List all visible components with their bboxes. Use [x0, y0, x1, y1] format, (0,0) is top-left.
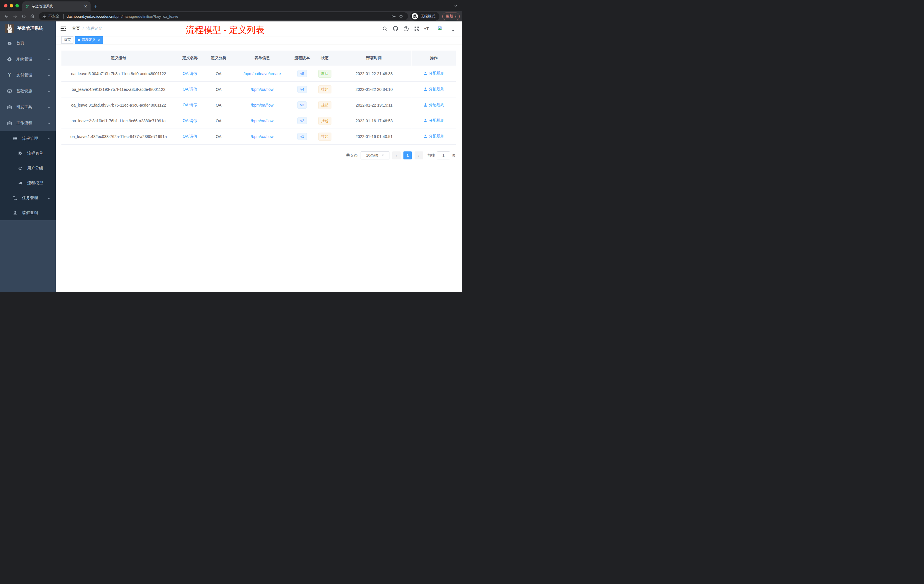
- browser-tab[interactable]: 芋道管理系统 ✕: [22, 2, 91, 11]
- tag-process-definition[interactable]: 流程定义 ✕: [75, 36, 103, 44]
- form-link[interactable]: /bpm/oa/flow: [251, 103, 274, 107]
- sprout-favicon-icon: [25, 4, 30, 8]
- back-icon[interactable]: [2, 12, 11, 20]
- goto-page-input[interactable]: [437, 152, 450, 159]
- sidebar-item-label: 系统管理: [16, 56, 47, 62]
- close-window-button[interactable]: [4, 4, 7, 7]
- version-badge: v4: [297, 86, 307, 93]
- definition-name-link[interactable]: OA 请假: [183, 87, 197, 91]
- form-link[interactable]: /bpm/oa/flow: [251, 119, 274, 123]
- page-suffix: 页: [452, 153, 456, 158]
- definition-name-link[interactable]: OA 请假: [183, 102, 197, 107]
- next-page-button[interactable]: ›: [414, 152, 423, 159]
- robot-icon: [18, 166, 23, 171]
- home-icon[interactable]: [28, 12, 36, 20]
- tag-home[interactable]: 首页: [61, 36, 73, 44]
- tab-title: 芋道管理系统: [32, 4, 81, 9]
- user-icon: [423, 71, 427, 76]
- sidebar-item-label: 任务管理: [22, 195, 47, 201]
- deploy-time: 2022-01-22 20:34:10: [337, 81, 412, 97]
- tab-close-icon[interactable]: ✕: [83, 4, 88, 8]
- chevron-down-icon: [382, 155, 384, 156]
- bookmark-star-icon[interactable]: [397, 14, 404, 19]
- sidebar-item-process-model[interactable]: 流程模型: [0, 176, 56, 191]
- sidebar-item-label: 基础设施: [16, 89, 47, 94]
- tag-close-icon[interactable]: ✕: [98, 38, 100, 42]
- column-header: 状态: [313, 51, 337, 66]
- update-button[interactable]: 更新: [442, 13, 460, 20]
- column-header: 定义分类: [204, 51, 233, 66]
- browser-menu-icon[interactable]: [455, 15, 456, 18]
- font-size-icon[interactable]: TT: [424, 26, 430, 31]
- sidebar-item-home[interactable]: 首页: [0, 35, 56, 51]
- svg-text:T: T: [426, 26, 429, 31]
- incognito-badge: 无痕模式: [410, 12, 439, 21]
- sidebar-item-process-management[interactable]: 流程管理: [0, 131, 56, 146]
- tag-label: 流程定义: [82, 38, 96, 42]
- status-badge: 激活: [318, 70, 332, 78]
- user-icon: [423, 103, 427, 107]
- form-link[interactable]: /bpm/oa/leave/create: [243, 71, 281, 76]
- minimize-window-button[interactable]: [10, 4, 13, 7]
- breadcrumb-home[interactable]: 首页: [72, 26, 80, 31]
- tabstrip-chevron-icon[interactable]: [454, 3, 457, 7]
- github-icon[interactable]: [393, 26, 398, 31]
- assign-rule-link[interactable]: 分配规则: [423, 102, 444, 107]
- address-bar[interactable]: 不安全 dashboard.yudao.iocoder.cn/bpm/manag…: [39, 12, 408, 20]
- assign-rule-link[interactable]: 分配规则: [423, 71, 444, 76]
- assign-rule-link[interactable]: 分配规则: [423, 134, 444, 139]
- deploy-time: 2022-01-16 01:40:51: [337, 129, 412, 144]
- sidebar-logo[interactable]: 芋道管理系统: [0, 21, 56, 35]
- form-link[interactable]: /bpm/oa/flow: [251, 134, 274, 139]
- sidebar-item-user-group[interactable]: 用户分组: [0, 161, 56, 176]
- sidebar-item-leave-query[interactable]: 请假查询: [0, 205, 56, 220]
- security-label[interactable]: 不安全: [48, 14, 59, 19]
- sidebar-item-devtools[interactable]: 研发工具: [0, 99, 56, 115]
- definition-name-link[interactable]: OA 请假: [183, 118, 197, 123]
- sidebar-item-payment[interactable]: ¥ 支付管理: [0, 67, 56, 83]
- sidebar-item-task-management[interactable]: 任务管理: [0, 191, 56, 205]
- definition-name-link[interactable]: OA 请假: [183, 134, 197, 139]
- help-icon[interactable]: [403, 26, 409, 31]
- definition-category: OA: [204, 81, 233, 97]
- assign-rule-link[interactable]: 分配规则: [423, 87, 444, 92]
- yen-icon: ¥: [7, 72, 12, 78]
- definition-name-link[interactable]: OA 请假: [183, 71, 197, 76]
- browser-tabstrip: 芋道管理系统 ✕ +: [0, 0, 462, 11]
- new-tab-button[interactable]: +: [91, 2, 101, 11]
- sidebar-item-label: 流程模型: [27, 181, 51, 186]
- table-row: oa_leave:2:3c1f0ef1-76b1-11ec-9c66-a2380…: [61, 113, 456, 129]
- workflow-submenu: 流程管理 流程表单 用户分组: [0, 131, 56, 220]
- svg-text:T: T: [424, 28, 426, 31]
- page-size-select[interactable]: 10条/页: [361, 152, 389, 159]
- reload-icon[interactable]: [20, 12, 28, 20]
- current-page-button[interactable]: 1: [403, 152, 412, 159]
- forward-icon[interactable]: [11, 12, 20, 20]
- hamburger-icon[interactable]: [61, 26, 67, 31]
- sidebar-item-process-form[interactable]: 流程表单: [0, 146, 56, 161]
- form-icon: [18, 151, 23, 156]
- key-icon[interactable]: [390, 14, 397, 19]
- security-warning-icon[interactable]: [42, 14, 46, 18]
- search-icon[interactable]: [382, 26, 388, 31]
- fullscreen-icon[interactable]: [414, 26, 419, 31]
- avatar[interactable]: [435, 23, 446, 34]
- assign-rule-link[interactable]: 分配规则: [423, 118, 444, 123]
- sidebar-item-workflow[interactable]: 工作流程: [0, 115, 56, 131]
- sidebar-item-infrastructure[interactable]: 基础设施: [0, 83, 56, 99]
- form-link[interactable]: /bpm/oa/flow: [251, 87, 274, 92]
- prev-page-button[interactable]: ‹: [392, 152, 401, 159]
- user-icon: [423, 134, 427, 138]
- chevron-down-icon: [47, 106, 51, 109]
- caret-down-icon[interactable]: [452, 30, 455, 31]
- definition-id: oa_leave:5:004b710b-7b8a-11ec-8ef0-acde4…: [61, 66, 176, 81]
- zoom-window-button[interactable]: [15, 4, 19, 7]
- column-header: 定义名称: [176, 51, 204, 66]
- chevron-up-icon: [47, 121, 51, 125]
- sidebar-item-label: 支付管理: [16, 73, 47, 78]
- logo-avatar: [5, 24, 14, 33]
- version-badge: v1: [297, 133, 307, 140]
- sidebar-item-system[interactable]: 系统管理: [0, 51, 56, 67]
- version-badge: v3: [297, 101, 307, 109]
- column-header: 流程版本: [291, 51, 313, 66]
